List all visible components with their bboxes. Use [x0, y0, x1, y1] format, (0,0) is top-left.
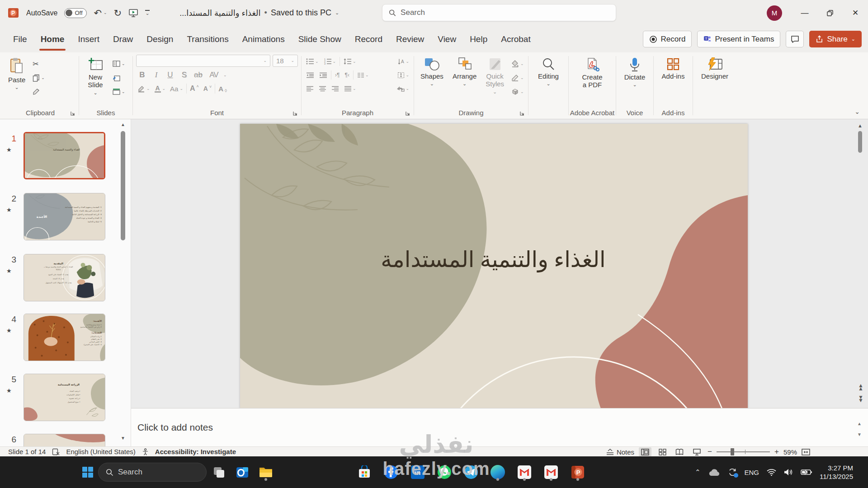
document-title[interactable]: الغذاء والتنمية المستدا... • Saved to th… — [179, 8, 339, 18]
quick-styles-button[interactable]: Quick Styles ⌄ — [482, 55, 507, 94]
shrink-font-button[interactable]: A˅ — [202, 83, 213, 94]
accessibility-checker-icon[interactable] — [52, 448, 60, 455]
telegram-icon[interactable] — [461, 462, 481, 482]
panel-scrollbar-thumb[interactable] — [121, 131, 125, 240]
change-case-button[interactable]: Aa⌄ — [169, 83, 184, 94]
tab-transitions[interactable]: Transitions — [180, 26, 235, 52]
section-dropdown-icon[interactable]: ⌄ — [122, 90, 125, 94]
language-indicator[interactable]: ENG — [745, 469, 760, 476]
canvas-scrollbar-thumb[interactable] — [858, 131, 862, 153]
numbering-button[interactable]: 123⌄ — [322, 56, 338, 67]
dictate-button[interactable]: Dictate ⌄ — [621, 55, 649, 87]
new-slide-button[interactable]: New Slide ⌄ — [82, 55, 108, 95]
text-direction-button[interactable]: A⌄ — [396, 56, 410, 67]
undo-dropdown-icon[interactable]: ⌄ — [104, 11, 107, 15]
tab-help[interactable]: Help — [463, 26, 494, 52]
comments-button[interactable] — [786, 31, 804, 47]
tab-file[interactable]: File — [6, 26, 34, 52]
align-left-button[interactable] — [305, 83, 315, 94]
volume-icon[interactable] — [784, 469, 793, 476]
shape-fill-button[interactable]: ⌄ — [510, 58, 525, 69]
paragraph-dialog-launcher-icon[interactable] — [405, 111, 410, 116]
tab-home[interactable]: Home — [34, 26, 71, 52]
strikethrough-button[interactable]: ab — [192, 69, 204, 81]
justify-button[interactable]: ⌄ — [343, 83, 358, 94]
columns-button[interactable]: ⌄ — [356, 70, 370, 80]
reset-slide-button[interactable] — [111, 72, 127, 83]
collapse-ribbon-icon[interactable]: ⌄ — [854, 108, 860, 115]
powerpoint-taskbar-icon[interactable]: P — [568, 462, 588, 482]
slide-editor[interactable]: الغذاء والتنمية المستدامة — [240, 124, 748, 408]
create-pdf-button[interactable]: Create a PDF — [577, 55, 607, 89]
tab-draw[interactable]: Draw — [106, 26, 140, 52]
sync-icon[interactable] — [728, 468, 737, 477]
slide-thumbnail-5[interactable]: الزراعة المستدامة •ترشيد المياه •تقليل ا… — [24, 374, 105, 421]
paste-button[interactable]: Paste ⌄ — [5, 55, 28, 90]
user-avatar[interactable]: M — [767, 5, 782, 21]
facebook-icon[interactable] — [381, 462, 401, 482]
next-slide-button[interactable]: ▼▼ — [858, 396, 863, 403]
cut-button[interactable]: ✂ — [31, 58, 46, 69]
file-explorer-icon[interactable] — [256, 462, 276, 482]
tab-review[interactable]: Review — [389, 26, 431, 52]
zoom-out-button[interactable]: − — [708, 447, 712, 456]
tab-slide-show[interactable]: Slide Show — [292, 26, 348, 52]
wifi-icon[interactable] — [767, 469, 776, 476]
gmail-icon[interactable] — [514, 462, 534, 482]
close-button[interactable]: ✕ — [843, 0, 868, 26]
repeat-icon[interactable]: ↻ — [114, 8, 122, 18]
tab-view[interactable]: View — [431, 26, 463, 52]
italic-button[interactable]: I — [150, 69, 162, 81]
slide-layout-button[interactable]: ⌄ — [111, 58, 127, 69]
clipboard-dialog-launcher-icon[interactable] — [70, 111, 75, 116]
battery-icon[interactable] — [801, 469, 812, 475]
text-shadow-button[interactable]: S — [178, 69, 190, 81]
tray-chevron-icon[interactable]: ⌃ — [695, 468, 701, 476]
tab-acrobat[interactable]: Acrobat — [494, 26, 537, 52]
increase-indent-button[interactable] — [318, 70, 329, 80]
spacing-dropdown-icon[interactable]: ⌄ — [223, 73, 227, 77]
onedrive-icon[interactable] — [708, 469, 720, 476]
reading-view-button[interactable] — [673, 447, 686, 456]
zoom-slider-thumb[interactable] — [731, 448, 734, 455]
restore-button[interactable] — [817, 0, 843, 26]
slide-thumbnail-4[interactable]: الأهمية: 1-صحة ونمو وإنتاجية 2-ركن في ال… — [24, 314, 105, 361]
zoom-slider[interactable] — [717, 451, 770, 452]
language-label[interactable]: English (United States) — [66, 448, 135, 455]
slide-thumbnail-6[interactable] — [24, 434, 105, 446]
grow-font-button[interactable]: A˄ — [189, 83, 200, 94]
slide-show-view-button[interactable] — [690, 447, 703, 456]
slide-thumbnail-2[interactable]: الأجندة 1- المقدمة و مفهوم الغذاء و التن… — [24, 193, 105, 240]
convert-smartart-button[interactable]: ⌄ — [395, 83, 410, 94]
format-painter-button[interactable] — [31, 86, 46, 97]
notes-scroll-up-icon[interactable]: ▲ — [857, 421, 862, 426]
start-button[interactable] — [78, 462, 98, 482]
bullets-button[interactable]: ⌄ — [305, 56, 320, 67]
layout-dropdown-icon[interactable]: ⌄ — [122, 62, 125, 66]
font-color-button[interactable]: A ⌄ — [153, 83, 167, 94]
notes-toggle-button[interactable]: Notes — [606, 448, 634, 456]
section-button[interactable]: ⌄ — [111, 86, 127, 97]
tray-clock[interactable]: 3:27 PM 11/13/2025 — [820, 464, 853, 481]
line-spacing-button[interactable]: ⌄ — [342, 56, 358, 67]
decrease-indent-button[interactable] — [305, 70, 316, 80]
outlook-icon[interactable] — [232, 462, 252, 482]
drawing-dialog-launcher-icon[interactable] — [519, 111, 525, 116]
font-size-combo[interactable]: 18⌄ — [273, 55, 298, 67]
ltr-paragraph-button[interactable]: ›¶ — [334, 70, 341, 80]
notes-pane[interactable]: Click to add notes ▲ ▼ — [131, 408, 868, 446]
minimize-button[interactable]: — — [792, 0, 817, 26]
shape-effects-button[interactable]: ⌄ — [510, 86, 525, 97]
fit-slide-to-window-icon[interactable] — [802, 449, 810, 455]
tab-insert[interactable]: Insert — [71, 26, 106, 52]
office-search-box[interactable] — [382, 4, 616, 21]
rtl-paragraph-button[interactable]: ¶‹ — [343, 70, 350, 80]
tab-design[interactable]: Design — [140, 26, 180, 52]
previous-slide-button[interactable]: ▲▲ — [858, 384, 863, 391]
font-name-combo[interactable]: ⌄ — [136, 55, 270, 67]
undo-icon[interactable]: ↶ — [94, 8, 102, 18]
underline-button[interactable]: U — [164, 69, 176, 81]
zoom-level-label[interactable]: 59% — [783, 448, 797, 456]
search-input[interactable] — [401, 8, 609, 17]
linkedin-icon[interactable]: in — [408, 462, 428, 482]
